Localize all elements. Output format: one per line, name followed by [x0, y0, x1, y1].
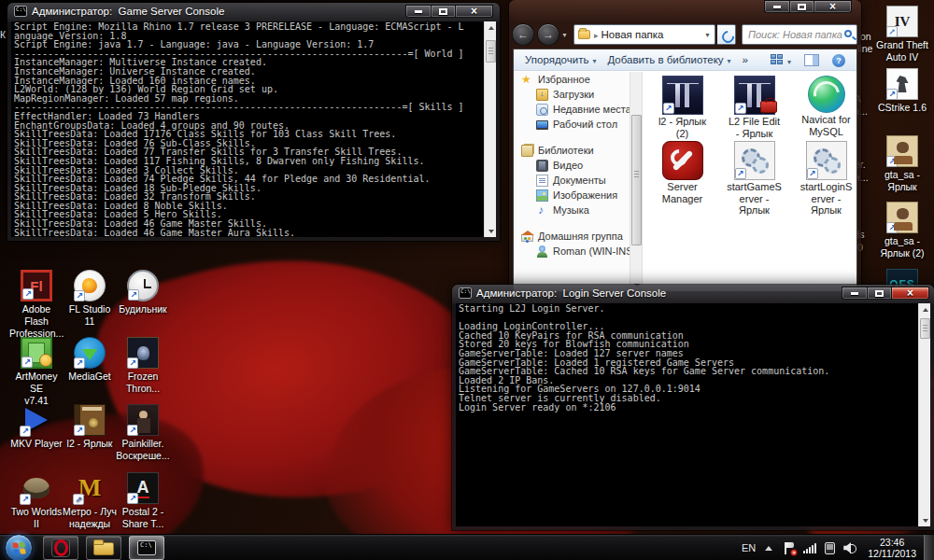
breadcrumb[interactable]: Новая папка: [601, 29, 663, 40]
desktop-icon-mediaget[interactable]: MediaGet: [63, 337, 117, 383]
maximize-button[interactable]: [790, 0, 814, 13]
homegroup-icon: [521, 234, 533, 242]
painkiller-icon: [127, 404, 159, 436]
taskbar-explorer-button[interactable]: [86, 536, 121, 560]
desktop-icon-two-worlds[interactable]: Two Worlds II: [9, 472, 64, 530]
login-console-titlebar[interactable]: Администратор: Login Server Console: [459, 287, 666, 299]
file-item[interactable]: L2 File Edit - Ярлык: [718, 76, 790, 141]
close-button[interactable]: [892, 287, 929, 300]
desktop-icon-painkiller[interactable]: Painkiller. Воскреше...: [116, 404, 170, 462]
removable-device-icon[interactable]: [825, 542, 835, 554]
desktop-icon-label: MediaGet: [63, 371, 117, 383]
volume-icon[interactable]: [843, 542, 856, 553]
sidebar-item-downloads[interactable]: Загрузки: [514, 87, 630, 102]
add-to-library-button[interactable]: Добавить в библиотеку: [607, 54, 730, 65]
sidebar-item-user[interactable]: Roman (WIN-INS: [514, 244, 630, 259]
game-console-titlebar[interactable]: Администратор: Game Server Console: [14, 6, 224, 17]
sidebar-item-libraries[interactable]: Библиотеки: [514, 143, 630, 158]
preview-pane-button[interactable]: [804, 54, 819, 66]
change-view-button[interactable]: [771, 54, 784, 66]
scrollbar-thumb[interactable]: [920, 318, 930, 339]
desktop-icon-artmoney[interactable]: ArtMoney SE v7.41: [9, 337, 64, 407]
scrollbar-thumb[interactable]: [486, 40, 496, 63]
refresh-button[interactable]: [717, 24, 736, 45]
gtasa-icon: [886, 135, 918, 167]
network-icon[interactable]: [803, 543, 816, 553]
arrow-up-icon: [488, 26, 494, 30]
file-item[interactable]: startLoginS erver - Ярлык: [790, 141, 862, 206]
scroll-down-button[interactable]: [485, 225, 496, 237]
show-hidden-icons-button[interactable]: [765, 546, 772, 551]
minimize-button[interactable]: [405, 5, 432, 18]
taskbar-console-button[interactable]: [129, 536, 164, 560]
maximize-button[interactable]: [432, 5, 456, 18]
shortcut-arrow-icon: [886, 26, 898, 37]
desktop-icon-label: CStrike 1.6: [875, 102, 929, 114]
sidebar-item-desktop[interactable]: Рабочий стол: [514, 117, 630, 132]
sidebar-item-homegroup[interactable]: Домашняя группа: [514, 229, 630, 244]
organize-button[interactable]: Упорядочить: [525, 54, 596, 65]
action-center-icon[interactable]: [784, 542, 795, 554]
sidebar-item-recent-places[interactable]: Недавние места: [514, 102, 630, 117]
sidebar-item-label: Изображения: [553, 189, 617, 201]
clock[interactable]: 23:46 12/11/2013: [868, 537, 916, 559]
scrollbar[interactable]: [630, 72, 643, 291]
arrow-down-icon: [923, 519, 928, 523]
search-input[interactable]: Поиск: Новая папка: [742, 24, 857, 45]
scroll-down-button[interactable]: [919, 514, 930, 526]
shortcut-arrow-icon: [20, 426, 31, 437]
desktop-icon-adobe-flash[interactable]: Adobe Flash Profession...: [9, 270, 64, 340]
desktop-icon-metro[interactable]: Метро - Луч надежды: [63, 472, 117, 530]
sidebar-item-pictures[interactable]: Изображения: [514, 188, 630, 203]
history-dropdown-icon[interactable]: ▼: [561, 32, 568, 38]
close-button[interactable]: [456, 5, 493, 18]
desktop-icon-fl-studio[interactable]: FL Studio 11: [63, 270, 117, 328]
address-dropdown-icon[interactable]: ▼: [704, 32, 711, 38]
minimize-button[interactable]: [842, 287, 868, 300]
video-icon: [536, 160, 548, 172]
back-button[interactable]: ←: [512, 23, 534, 46]
help-button[interactable]: [832, 54, 845, 67]
scrollbar-thumb[interactable]: [631, 115, 642, 245]
desktop-icon-alarm-clock[interactable]: Будильник: [116, 270, 170, 315]
desktop-icon-gtasa[interactable]: gta_sa - Ярлык: [875, 135, 929, 193]
sidebar-item-video[interactable]: Видео: [514, 158, 630, 173]
scroll-up-button[interactable]: [919, 303, 930, 315]
sidebar-item-music[interactable]: Музыка: [514, 203, 630, 217]
sidebar-item-star[interactable]: Избранное: [514, 72, 630, 87]
close-button[interactable]: [814, 0, 852, 13]
desktop-icon-postal2[interactable]: Postal 2 - Share T...: [116, 472, 170, 530]
sidebar-item-documents[interactable]: Документы: [514, 173, 630, 188]
maximize-button[interactable]: [868, 287, 892, 300]
desktop-icon-gta4[interactable]: Grand Theft Auto IV: [875, 6, 929, 63]
taskbar-opera-button[interactable]: [43, 536, 78, 560]
start-button[interactable]: [5, 534, 33, 560]
desktop-icon-mkv-player[interactable]: MKV Player: [9, 404, 64, 450]
forward-button[interactable]: →: [537, 23, 559, 46]
chevron-down-icon: [592, 54, 596, 65]
desktop-icon-cstrike[interactable]: CStrike 1.6: [875, 68, 929, 114]
chevron-down-icon[interactable]: [787, 55, 791, 66]
sidebar-item-label: Избранное: [538, 74, 590, 85]
desktop-icon-frozen-throne[interactable]: Frozen Thron...: [116, 337, 170, 395]
desktop-icon-l2-book[interactable]: l2 - Ярлык: [63, 404, 117, 450]
show-desktop-button[interactable]: [924, 535, 934, 560]
address-bar[interactable]: Новая папка ▼: [573, 24, 715, 45]
toolbar-overflow-button[interactable]: »: [743, 54, 748, 65]
shortcut-arrow-icon: [886, 156, 898, 167]
minimize-button[interactable]: [764, 0, 790, 13]
scrollbar[interactable]: [484, 21, 496, 237]
desktop-icon-gtasa[interactable]: gta_sa - Ярлык (2): [875, 202, 929, 259]
scroll-up-button[interactable]: [485, 21, 496, 34]
scrollbar[interactable]: [918, 303, 930, 526]
game-console-output: Script Engine: Mozilla Rhino 1.7 release…: [11, 21, 496, 237]
alarm-clock-icon: [127, 270, 159, 301]
file-item[interactable]: Navicat for MySQL: [790, 76, 862, 141]
file-item[interactable]: startGameS erver - Ярлык: [718, 141, 790, 206]
shortcut-arrow-icon: [74, 290, 85, 301]
desktop-icon-label: MKV Player: [9, 438, 64, 450]
file-item[interactable]: Server Manager: [646, 141, 718, 206]
shortcut-arrow-icon: [127, 425, 138, 436]
language-indicator[interactable]: EN: [742, 542, 756, 553]
file-item[interactable]: l2 - Ярлык (2): [646, 76, 718, 141]
